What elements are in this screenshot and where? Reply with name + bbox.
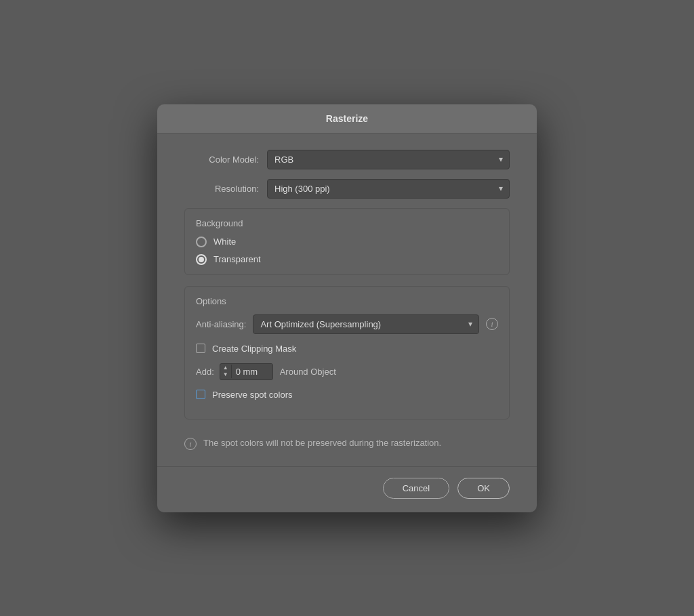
resolution-row: Resolution: Screen (72 ppi) Medium (150 … bbox=[184, 179, 510, 199]
spinner-up-icon[interactable]: ▲ bbox=[223, 365, 228, 371]
radio-white-row[interactable]: White bbox=[196, 237, 498, 247]
create-clipping-mask-row[interactable]: Create Clipping Mask bbox=[196, 344, 498, 354]
radio-transparent-label: Transparent bbox=[213, 254, 261, 264]
add-spinner-arrows[interactable]: ▲ ▼ bbox=[220, 365, 232, 377]
info-row-icon: i bbox=[184, 438, 197, 450]
anti-aliasing-label: Anti-aliasing: bbox=[196, 319, 246, 329]
cancel-button[interactable]: Cancel bbox=[383, 478, 449, 499]
preserve-spot-colors-checkbox[interactable] bbox=[196, 390, 205, 399]
options-section: Options Anti-aliasing: None Type Optimiz… bbox=[184, 286, 510, 419]
resolution-select-wrapper: Screen (72 ppi) Medium (150 ppi) High (3… bbox=[267, 179, 510, 199]
add-spinner-wrapper: ▲ ▼ bbox=[220, 363, 273, 380]
spinner-down-icon[interactable]: ▼ bbox=[223, 371, 228, 378]
around-object-label: Around Object bbox=[280, 367, 336, 377]
preserve-spot-colors-row[interactable]: Preserve spot colors bbox=[196, 390, 498, 400]
create-clipping-mask-checkbox[interactable] bbox=[196, 344, 205, 353]
color-model-label: Color Model: bbox=[184, 155, 259, 165]
color-model-select-wrapper: RGB CMYK Grayscale Bitmap ▾ bbox=[267, 150, 510, 169]
options-section-title: Options bbox=[196, 296, 498, 306]
radio-transparent-row[interactable]: Transparent bbox=[196, 254, 498, 265]
resolution-label: Resolution: bbox=[184, 184, 259, 194]
background-section-title: Background bbox=[196, 218, 498, 228]
rasterize-dialog: Rasterize Color Model: RGB CMYK Grayscal… bbox=[157, 104, 537, 512]
anti-aliasing-row: Anti-aliasing: None Type Optimized (Hint… bbox=[196, 314, 498, 334]
preserve-spot-colors-label: Preserve spot colors bbox=[212, 390, 293, 400]
color-model-select[interactable]: RGB CMYK Grayscale Bitmap bbox=[267, 150, 510, 169]
radio-transparent-input[interactable] bbox=[196, 254, 207, 265]
anti-aliasing-info-icon[interactable]: i bbox=[486, 318, 498, 330]
info-row-text: The spot colors will not be preserved du… bbox=[203, 437, 441, 449]
create-clipping-mask-label: Create Clipping Mask bbox=[212, 344, 296, 354]
radio-white-label: White bbox=[213, 237, 236, 247]
add-value-input[interactable] bbox=[232, 364, 272, 379]
add-label: Add: bbox=[196, 367, 214, 377]
anti-aliasing-select[interactable]: None Type Optimized (Hinted) Art Optimiz… bbox=[253, 314, 479, 334]
radio-white-input[interactable] bbox=[196, 237, 207, 247]
info-row: i The spot colors will not be preserved … bbox=[184, 430, 510, 453]
button-row: Cancel OK bbox=[157, 467, 537, 512]
color-model-row: Color Model: RGB CMYK Grayscale Bitmap ▾ bbox=[184, 150, 510, 169]
dialog-titlebar: Rasterize bbox=[157, 104, 537, 134]
background-section: Background White Transparent bbox=[184, 208, 510, 275]
add-row: Add: ▲ ▼ Around Object bbox=[196, 363, 498, 380]
dialog-title: Rasterize bbox=[326, 113, 368, 124]
dialog-body: Color Model: RGB CMYK Grayscale Bitmap ▾… bbox=[157, 134, 537, 466]
anti-aliasing-select-wrapper: None Type Optimized (Hinted) Art Optimiz… bbox=[253, 314, 479, 334]
ok-button[interactable]: OK bbox=[457, 478, 510, 499]
resolution-select[interactable]: Screen (72 ppi) Medium (150 ppi) High (3… bbox=[267, 179, 510, 199]
